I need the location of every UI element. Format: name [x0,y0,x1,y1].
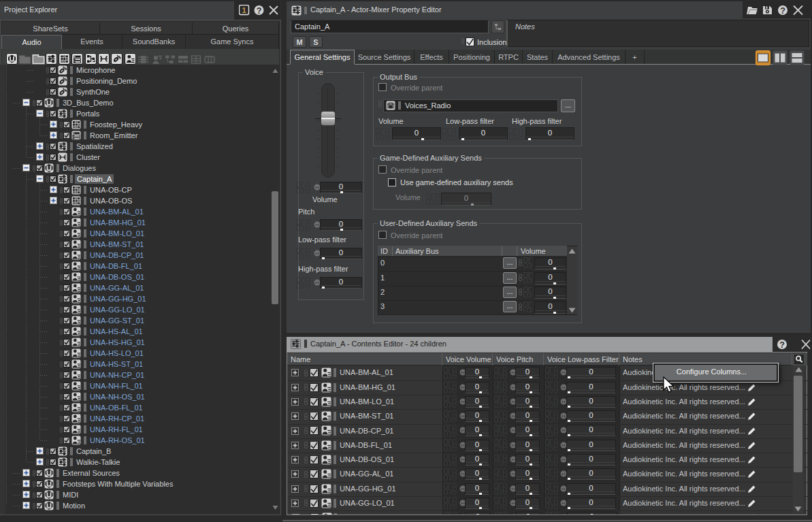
svg-text:?: ? [779,340,785,350]
svg-text:?: ? [257,6,262,16]
svg-text:1: 1 [242,6,246,14]
svg-text:?: ? [780,6,785,16]
